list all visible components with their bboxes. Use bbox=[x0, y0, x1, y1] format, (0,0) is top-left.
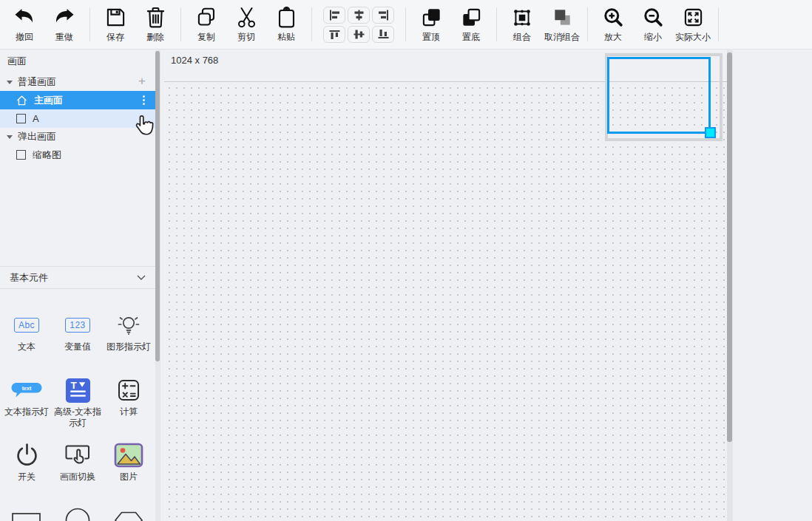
copy-label: 复制 bbox=[197, 31, 215, 44]
advanced-text-indicator-icon: T bbox=[65, 374, 91, 406]
delete-button[interactable]: 删除 bbox=[135, 6, 175, 44]
canvas-grid[interactable] bbox=[164, 81, 727, 521]
align-middle-vertical-button[interactable] bbox=[348, 26, 370, 43]
caret-down-icon[interactable] bbox=[7, 135, 13, 139]
delete-label: 删除 bbox=[146, 31, 164, 44]
component-image[interactable]: 图片 bbox=[104, 439, 155, 504]
redo-button[interactable]: 重做 bbox=[44, 6, 84, 44]
align-top-icon bbox=[328, 29, 341, 40]
graphic-indicator-icon bbox=[116, 309, 141, 341]
save-button[interactable]: 保存 bbox=[95, 6, 135, 44]
zoom-in-button[interactable]: 放大 bbox=[593, 6, 633, 44]
screen-item-a[interactable]: A bbox=[0, 109, 155, 128]
zoom-out-icon bbox=[643, 6, 664, 30]
sidebar-scrollbar-track[interactable] bbox=[155, 50, 160, 521]
clipboard-icon bbox=[277, 6, 297, 30]
canvas-scrollbar-thumb[interactable] bbox=[727, 52, 732, 442]
component-screen-switch[interactable]: 画面切换 bbox=[53, 439, 104, 504]
screen-item-a-label: A bbox=[33, 113, 39, 124]
align-top-button[interactable] bbox=[323, 26, 345, 43]
screen-icon bbox=[16, 150, 26, 160]
ungroup-label: 取消组合 bbox=[544, 31, 580, 44]
zoom-out-button[interactable]: 缩小 bbox=[633, 6, 673, 44]
align-right-button[interactable] bbox=[372, 7, 394, 24]
screen-tree: 普通画面 + 主画面 A 弹出画面 缩略图 bbox=[0, 73, 155, 164]
trash-icon bbox=[146, 6, 166, 30]
svg-text:T: T bbox=[70, 380, 77, 391]
variable-value-icon: 123 bbox=[65, 309, 90, 341]
more-options-icon[interactable] bbox=[143, 95, 145, 105]
component-switch[interactable]: 开关 bbox=[1, 439, 53, 504]
component-variable-value[interactable]: 123 变量值 bbox=[53, 309, 104, 374]
component-calculate[interactable]: 计算 bbox=[104, 374, 155, 439]
components-panel-title: 基本元件 bbox=[10, 271, 48, 285]
screen-item-main-label: 主画面 bbox=[34, 94, 63, 107]
group-button[interactable]: 组合 bbox=[502, 6, 542, 44]
group-label: 组合 bbox=[513, 31, 531, 44]
send-to-back-button[interactable]: 置底 bbox=[451, 6, 491, 44]
components-grid: Abc 文本 123 变量值 图形指示灯 text 文本指 bbox=[1, 309, 155, 521]
zoom-in-icon bbox=[603, 6, 624, 30]
add-screen-button[interactable]: + bbox=[138, 75, 146, 88]
undo-button[interactable]: 撤回 bbox=[4, 6, 44, 44]
align-left-button[interactable] bbox=[323, 7, 345, 24]
align-bottom-button[interactable] bbox=[372, 26, 394, 43]
align-bottom-icon bbox=[377, 29, 390, 40]
components-panel-header[interactable]: 基本元件 bbox=[0, 266, 155, 289]
screen-item-thumbnail[interactable]: 缩略图 bbox=[0, 146, 155, 164]
component-advanced-text-indicator[interactable]: T 高级-文本指示灯 bbox=[53, 374, 104, 439]
undo-icon bbox=[13, 6, 35, 30]
component-ellipse-shape[interactable] bbox=[53, 504, 104, 521]
bring-to-front-button[interactable]: 置顶 bbox=[411, 6, 451, 44]
text-indicator-icon: text bbox=[10, 374, 44, 406]
rectangle-shape-icon bbox=[11, 504, 42, 521]
actual-size-label: 实际大小 bbox=[675, 31, 711, 44]
group-icon bbox=[511, 6, 533, 30]
scissors-icon bbox=[237, 6, 257, 30]
align-center-horizontal-icon bbox=[353, 10, 365, 21]
align-left-icon bbox=[328, 10, 341, 21]
copy-button[interactable]: 复制 bbox=[186, 6, 226, 44]
screen-group-normal[interactable]: 普通画面 + bbox=[0, 73, 155, 91]
screen-item-main[interactable]: 主画面 bbox=[0, 91, 155, 109]
hmi-editor-window: 撤回 重做 保存 删除 复制 bbox=[0, 0, 812, 521]
svg-text:text: text bbox=[22, 386, 32, 391]
screen-group-popup-label: 弹出画面 bbox=[18, 130, 56, 143]
align-middle-vertical-icon bbox=[353, 29, 365, 40]
text-component-icon: Abc bbox=[14, 309, 39, 341]
bring-to-front-label: 置顶 bbox=[422, 31, 440, 44]
component-rectangle-shape[interactable] bbox=[1, 504, 53, 521]
ellipse-shape-icon bbox=[64, 504, 91, 521]
toolbar-separator bbox=[311, 7, 312, 41]
component-text[interactable]: Abc 文本 bbox=[1, 309, 53, 374]
zoom-out-label: 缩小 bbox=[644, 31, 662, 44]
minimap-viewport[interactable] bbox=[607, 57, 711, 134]
send-to-back-label: 置底 bbox=[462, 31, 480, 44]
ungroup-button[interactable]: 取消组合 bbox=[542, 6, 582, 44]
calculate-icon bbox=[116, 374, 141, 406]
save-icon bbox=[105, 6, 126, 30]
actual-size-button[interactable]: 实际大小 bbox=[673, 6, 713, 44]
screen-item-thumbnail-label: 缩略图 bbox=[33, 149, 61, 162]
caret-down-icon[interactable] bbox=[7, 81, 13, 84]
component-graphic-indicator[interactable]: 图形指示灯 bbox=[104, 309, 155, 374]
sidebar: 画面 普通画面 + 主画面 A 弹出画面 缩略图 bbox=[0, 50, 160, 521]
cut-button[interactable]: 剪切 bbox=[226, 6, 266, 44]
minimap-resize-handle[interactable] bbox=[705, 127, 716, 138]
component-text-indicator[interactable]: text 文本指示灯 bbox=[1, 374, 53, 439]
canvas-scrollbar-track[interactable] bbox=[727, 50, 733, 521]
ungroup-icon bbox=[551, 6, 573, 30]
canvas-area: 1024 x 768 bbox=[160, 50, 812, 521]
toolbar-separator bbox=[496, 7, 497, 41]
save-label: 保存 bbox=[106, 31, 124, 44]
paste-label: 粘贴 bbox=[277, 31, 295, 44]
paste-button[interactable]: 粘贴 bbox=[266, 6, 306, 44]
align-center-horizontal-button[interactable] bbox=[348, 7, 370, 24]
screen-group-popup[interactable]: 弹出画面 bbox=[0, 128, 155, 146]
toolbar: 撤回 重做 保存 删除 复制 bbox=[0, 0, 812, 50]
screen-switch-icon bbox=[62, 439, 93, 471]
image-icon bbox=[114, 439, 143, 471]
component-hexagon-shape[interactable] bbox=[104, 504, 155, 521]
send-to-back-icon bbox=[461, 6, 482, 30]
sidebar-scrollbar-thumb[interactable] bbox=[155, 51, 160, 361]
